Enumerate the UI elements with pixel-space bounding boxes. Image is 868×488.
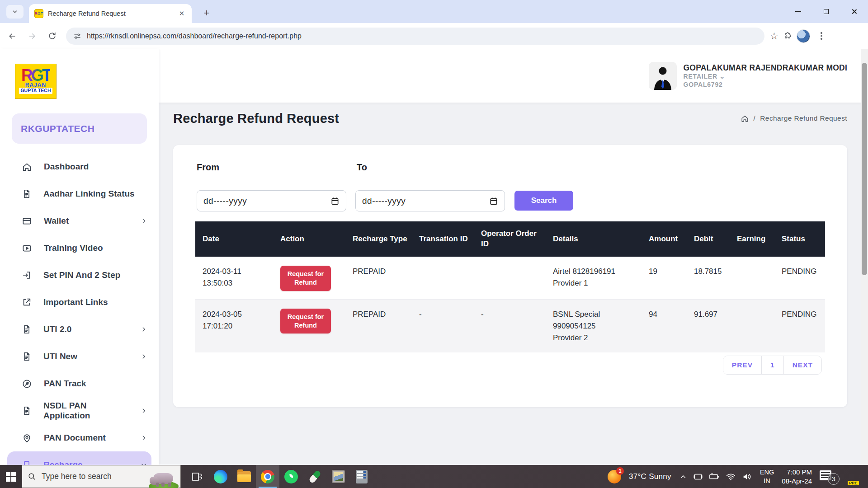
taskbar-search[interactable]: Type here to search xyxy=(22,465,181,488)
breadcrumb-home-icon[interactable] xyxy=(741,114,749,123)
task-view-button[interactable] xyxy=(185,465,209,488)
cell-status: PENDING xyxy=(774,257,825,299)
hidden-icons-chevron-icon[interactable] xyxy=(679,473,687,481)
cell-transation-id xyxy=(412,257,474,299)
to-date-input[interactable] xyxy=(362,196,489,206)
taskbar: Type here to search xyxy=(0,465,868,488)
sidebar-item-uti-2-0[interactable]: UTI 2.0 xyxy=(0,316,159,343)
file-explorer-button[interactable] xyxy=(232,465,256,488)
logo-letters: RGT xyxy=(21,69,50,83)
sidebar-item-uti-new[interactable]: UTI New xyxy=(0,343,159,370)
weather-sun-icon[interactable]: 1 xyxy=(608,470,621,483)
sidebar-item-set-pin-2step[interactable]: Set PIN And 2 Step xyxy=(0,262,159,289)
wallet-icon xyxy=(22,216,32,226)
tab-close-icon[interactable]: ✕ xyxy=(177,9,186,18)
to-date-field[interactable] xyxy=(355,190,505,211)
language-region: IN xyxy=(760,477,774,485)
browser-toolbar: https://rknsdl.onlinepsa.com/dashboard/r… xyxy=(0,23,868,49)
calendar-icon[interactable] xyxy=(330,197,340,206)
language-indicator[interactable]: ENG IN xyxy=(760,468,774,485)
request-refund-button[interactable]: Request for Refund xyxy=(280,309,331,334)
map-pin-icon xyxy=(22,433,32,443)
window-maximize-button[interactable] xyxy=(812,0,840,23)
scrollbar-thumb[interactable] xyxy=(862,63,867,275)
pill-app-button[interactable] xyxy=(303,465,326,488)
col-debit: Debit xyxy=(687,221,730,257)
cell-date: 2024-03-05 xyxy=(203,309,269,320)
battery-icon[interactable] xyxy=(709,472,720,482)
video-icon xyxy=(22,243,32,253)
bookmark-star-icon[interactable]: ☆ xyxy=(770,31,778,42)
sidebar-item-aadhar-linking-status[interactable]: Aadhar Linking Status xyxy=(0,180,159,207)
window-controls xyxy=(784,0,868,23)
cell-earning xyxy=(730,299,774,352)
chrome-button[interactable] xyxy=(256,465,279,488)
volume-icon[interactable] xyxy=(742,472,752,482)
copilot-button[interactable]: PRE xyxy=(847,469,862,484)
from-date-field[interactable] xyxy=(197,190,346,211)
sidebar: RGT RAJAN GUPTA TECH RKGUPTATECH Dashboa… xyxy=(0,49,159,465)
extensions-icon[interactable] xyxy=(783,32,792,41)
col-amount: Amount xyxy=(642,221,687,257)
notification-center-button[interactable]: 3 xyxy=(820,469,840,484)
col-date: Date xyxy=(195,221,273,257)
col-details: Details xyxy=(546,221,642,257)
cell-debit: 91.697 xyxy=(687,299,730,352)
forward-icon[interactable] xyxy=(24,28,40,44)
page-scrollbar[interactable] xyxy=(861,49,868,465)
chevron-right-icon xyxy=(141,326,147,333)
display-cast-icon[interactable] xyxy=(693,472,703,482)
request-refund-button[interactable]: Request for Refund xyxy=(280,266,331,291)
search-button[interactable]: Search xyxy=(514,191,573,211)
chevron-right-icon xyxy=(141,353,147,360)
document-icon xyxy=(22,324,32,334)
sidebar-item-dashboard[interactable]: Dashboard xyxy=(0,153,159,180)
whatsapp-button[interactable] xyxy=(279,465,303,488)
toolbar-right: ☆ xyxy=(770,29,828,43)
role-caret-icon[interactable]: ⌄ xyxy=(720,73,726,80)
sidebar-item-training-video[interactable]: Training Video xyxy=(0,235,159,262)
sidebar-item-pan-document[interactable]: PAN Document xyxy=(0,424,159,451)
from-date-input[interactable] xyxy=(203,196,330,206)
browser-menu-icon[interactable] xyxy=(815,32,828,40)
search-highlight-hippo-image[interactable] xyxy=(149,468,179,488)
weather-text[interactable]: 37°C Sunny xyxy=(629,472,671,481)
reload-icon[interactable] xyxy=(44,28,60,44)
document-icon xyxy=(22,189,32,199)
home-icon xyxy=(22,162,32,172)
tab-search-button[interactable] xyxy=(6,5,24,19)
back-icon[interactable] xyxy=(5,28,20,44)
new-tab-button[interactable]: + xyxy=(200,7,213,20)
prev-page-button[interactable]: PREV xyxy=(723,356,761,374)
notification-count-badge: 3 xyxy=(828,473,840,485)
page-number-button[interactable]: 1 xyxy=(761,356,783,374)
title-row: Recharge Refund Request / Recharge Refun… xyxy=(173,107,847,130)
user-id: GOPAL6792 xyxy=(684,81,847,89)
table-row: 2024-03-0517:01:20 Request for Refund PR… xyxy=(195,299,825,352)
sidebar-item-important-links[interactable]: Important Links xyxy=(0,289,159,316)
photos-app-button[interactable] xyxy=(326,465,350,488)
browser-tab[interactable]: RGT Recharge Refund Request ✕ xyxy=(29,4,192,23)
url-bar[interactable]: https://rknsdl.onlinepsa.com/dashboard/r… xyxy=(66,28,764,45)
clock[interactable]: 7:00 PM 08-Apr-24 xyxy=(782,468,812,485)
calculator-button[interactable] xyxy=(350,465,373,488)
tab-title: Recharge Refund Request xyxy=(48,10,173,17)
photos-icon xyxy=(332,470,345,483)
sidebar-brand[interactable]: RKGUPTATECH xyxy=(12,113,147,144)
col-earning: Earning xyxy=(730,221,774,257)
start-button[interactable] xyxy=(0,465,22,488)
next-page-button[interactable]: NEXT xyxy=(783,356,821,374)
browser-tabstrip: RGT Recharge Refund Request ✕ + xyxy=(0,0,868,23)
window-minimize-button[interactable] xyxy=(784,0,812,23)
wifi-icon[interactable] xyxy=(726,472,736,482)
sidebar-item-wallet[interactable]: Wallet xyxy=(0,207,159,235)
site-settings-icon[interactable] xyxy=(73,32,81,40)
browser-profile-avatar[interactable] xyxy=(797,29,810,43)
edge-button[interactable] xyxy=(209,465,232,488)
sidebar-item-pan-track[interactable]: PAN Track xyxy=(0,370,159,397)
window-close-button[interactable] xyxy=(840,0,868,23)
sidebar-item-nsdl-pan-application[interactable]: NSDL PAN Application xyxy=(0,397,159,424)
calendar-icon[interactable] xyxy=(489,197,498,206)
user-block[interactable]: GOPALAKUMAR RAJENDRAKUMAR MODI RETAILER … xyxy=(649,62,847,90)
whatsapp-icon xyxy=(284,470,298,483)
